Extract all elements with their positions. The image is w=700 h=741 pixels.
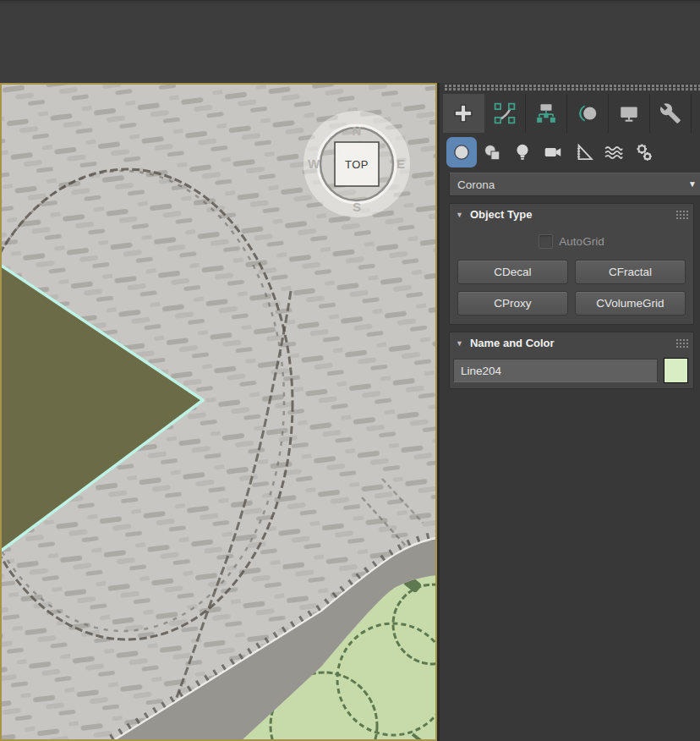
set-square-icon bbox=[573, 142, 593, 162]
tab-motion[interactable] bbox=[567, 94, 609, 133]
category-space-warps[interactable] bbox=[599, 135, 629, 169]
rollout-object-type: ▼ Object Type AutoGrid CDecal CFractal C… bbox=[449, 203, 694, 325]
object-name-input[interactable] bbox=[453, 359, 658, 382]
category-dropdown-value: Corona bbox=[457, 178, 688, 191]
main-toolbar bbox=[0, 0, 700, 84]
modify-icon bbox=[494, 102, 516, 124]
bulb-icon bbox=[512, 142, 533, 162]
rollout-name-and-color-header[interactable]: ▼ Name and Color bbox=[450, 332, 693, 354]
category-cameras[interactable] bbox=[538, 135, 568, 169]
tab-display[interactable] bbox=[609, 94, 650, 133]
rollout-drag-dots-icon[interactable] bbox=[675, 210, 688, 219]
category-helpers[interactable] bbox=[568, 135, 599, 169]
create-category-row bbox=[446, 134, 659, 171]
object-color-swatch[interactable] bbox=[664, 358, 688, 383]
compass-south-label[interactable]: S bbox=[353, 200, 361, 214]
compass-east-label[interactable]: E bbox=[396, 156, 405, 171]
tab-hierarchy[interactable] bbox=[526, 94, 567, 133]
caret-down-icon: ▼ bbox=[456, 211, 463, 219]
category-shapes[interactable] bbox=[477, 135, 507, 169]
compass-west-label[interactable]: W bbox=[308, 156, 320, 171]
waves-icon bbox=[604, 142, 624, 162]
autogrid-label: AutoGrid bbox=[559, 235, 604, 248]
tab-modify[interactable] bbox=[484, 94, 526, 133]
command-panel-tabs bbox=[443, 94, 692, 133]
motion-icon bbox=[577, 102, 599, 124]
category-geometry[interactable] bbox=[446, 137, 477, 167]
autogrid-row: AutoGrid bbox=[450, 230, 693, 252]
rollout-object-type-title: Object Type bbox=[470, 208, 675, 221]
shapes-icon bbox=[482, 142, 502, 162]
cvolumegrid-button[interactable]: CVolumeGrid bbox=[575, 291, 686, 316]
autogrid-checkbox[interactable] bbox=[539, 234, 553, 249]
rollout-object-type-header[interactable]: ▼ Object Type bbox=[450, 204, 693, 225]
viewport-canvas: TOP N E S W bbox=[0, 83, 437, 741]
camera-icon bbox=[543, 142, 563, 162]
rollout-name-and-color-title: Name and Color bbox=[470, 337, 675, 349]
rollout-drag-dots-icon[interactable] bbox=[675, 338, 688, 348]
command-panel: Corona ▼ ▼ Object Type AutoGrid CDecal C… bbox=[437, 83, 700, 741]
display-icon bbox=[618, 102, 640, 124]
viewport-top-view[interactable]: TOP N E S W bbox=[0, 83, 437, 741]
wrench-icon bbox=[659, 102, 681, 124]
viewcube-face-label: TOP bbox=[345, 158, 369, 171]
category-lights[interactable] bbox=[507, 135, 538, 169]
category-dropdown[interactable]: Corona ▼ bbox=[449, 173, 700, 196]
cdecal-button[interactable]: CDecal bbox=[457, 260, 568, 284]
tab-create[interactable] bbox=[443, 94, 484, 133]
tab-utilities[interactable] bbox=[650, 94, 692, 133]
object-type-buttons: CDecal CFractal CProxy CVolumeGrid bbox=[450, 252, 693, 316]
cfractal-button[interactable]: CFractal bbox=[575, 260, 686, 284]
caret-down-icon: ▼ bbox=[456, 339, 463, 348]
chevron-down-icon: ▼ bbox=[688, 180, 698, 189]
name-and-color-row bbox=[450, 354, 693, 383]
gears-icon bbox=[634, 142, 654, 162]
compass-north-label[interactable]: N bbox=[353, 124, 362, 138]
cproxy-button[interactable]: CProxy bbox=[457, 291, 568, 316]
rollout-name-and-color: ▼ Name and Color bbox=[449, 332, 694, 389]
category-systems[interactable] bbox=[629, 135, 659, 169]
plus-icon bbox=[452, 102, 474, 124]
viewcube[interactable]: TOP N E S W bbox=[308, 119, 405, 214]
sphere-icon bbox=[451, 142, 472, 162]
hierarchy-icon bbox=[535, 102, 557, 124]
panel-grip-handle[interactable] bbox=[445, 85, 700, 92]
